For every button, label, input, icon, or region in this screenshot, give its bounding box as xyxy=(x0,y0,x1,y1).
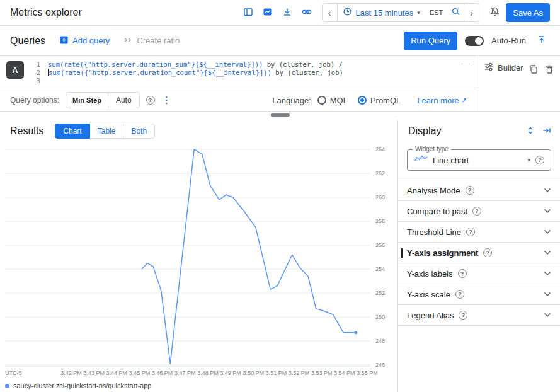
auto-run-label: Auto-Run xyxy=(491,36,526,45)
dashboard-button[interactable] xyxy=(260,4,276,21)
builder-button[interactable]: Builder xyxy=(484,62,523,74)
notifications-off-button[interactable] xyxy=(486,4,503,21)
code-line[interactable]: 3 xyxy=(30,77,452,85)
section-analysis-mode[interactable]: Analysis Mode? xyxy=(398,180,560,201)
side-panel-button[interactable] xyxy=(240,4,256,21)
time-search-button[interactable] xyxy=(447,4,464,21)
tab-chart[interactable]: Chart xyxy=(55,124,89,139)
help-icon[interactable]: ? xyxy=(455,290,464,299)
side-panel-icon xyxy=(243,7,253,19)
time-back-button[interactable]: ‹ xyxy=(323,4,338,21)
search-icon xyxy=(451,7,460,18)
widget-type-select[interactable]: Widget type Line chart ▾ ? xyxy=(407,149,551,171)
section-label: Analysis Mode xyxy=(407,186,460,195)
run-query-button[interactable]: Run Query xyxy=(404,32,457,50)
learn-more-link[interactable]: Learn more ↗ xyxy=(417,96,467,105)
main-area: Results ChartTableBoth 24624825025225425… xyxy=(0,120,560,392)
radio-promql[interactable]: PromQL xyxy=(358,96,401,105)
clock-icon xyxy=(343,7,352,18)
svg-text:260: 260 xyxy=(375,194,385,200)
create-ratio-button[interactable]: Create ratio xyxy=(123,35,180,47)
close-panel-button[interactable] xyxy=(539,123,555,139)
help-icon[interactable]: ? xyxy=(466,228,475,236)
chevron-left-icon: ‹ xyxy=(328,8,331,18)
time-range-button[interactable]: Last 15 minutes ▾ xyxy=(338,4,425,21)
widget-type-help-icon[interactable]: ? xyxy=(535,156,544,164)
display-panel: Display Widget type Line chart xyxy=(397,120,560,392)
help-icon[interactable]: ? xyxy=(458,269,467,278)
radio-icon xyxy=(317,96,326,105)
widget-type-dropdown-icon: ▾ xyxy=(527,157,530,163)
tab-both[interactable]: Both xyxy=(123,124,155,139)
svg-text:3:53 PM: 3:53 PM xyxy=(311,370,333,376)
more-options-button[interactable]: ⋮ xyxy=(161,95,173,106)
time-range-control: ‹ Last 15 minutes ▾ EST › xyxy=(322,3,480,22)
section-label: Compare to past xyxy=(407,207,467,216)
chart-legend[interactable]: saucy-cluster zci-quickstart-ns/quicksta… xyxy=(0,379,397,392)
radio-label: MQL xyxy=(330,96,348,105)
chevron-down-icon xyxy=(544,229,551,234)
delete-query-button[interactable] xyxy=(544,62,555,78)
time-forward-button[interactable]: › xyxy=(464,4,479,21)
focus-caret xyxy=(401,248,403,258)
queries-title: Queries xyxy=(10,35,45,47)
svg-text:254: 254 xyxy=(375,266,385,272)
unfold-icon xyxy=(525,125,535,137)
save-as-button[interactable]: Save As xyxy=(506,3,550,22)
section-label: Legend Alias xyxy=(407,311,454,320)
expand-all-button[interactable] xyxy=(522,123,539,139)
editor-left: 1sum(rate({"http.server.duration_sum"}[$… xyxy=(0,56,477,111)
notifications-off-icon xyxy=(489,6,500,19)
min-step-help-icon[interactable]: ? xyxy=(146,96,155,105)
section-label: Y-axis assignment xyxy=(407,248,478,258)
section-y-axis-assignment[interactable]: Y-axis assignment? xyxy=(398,243,560,263)
copy-query-button[interactable] xyxy=(528,62,539,78)
svg-text:3:42 PM: 3:42 PM xyxy=(60,370,82,376)
query-letter-badge: A xyxy=(6,61,24,79)
auto-run-toggle[interactable] xyxy=(465,36,484,46)
trash-icon xyxy=(544,64,554,76)
section-y-axis-labels[interactable]: Y-axis labels? xyxy=(398,263,560,284)
collapse-queries-button[interactable] xyxy=(534,33,550,49)
language-label: Language: xyxy=(272,96,311,105)
timezone-label: EST xyxy=(425,9,447,16)
add-box-icon xyxy=(59,35,69,47)
create-ratio-icon xyxy=(123,35,133,47)
top-bar-actions: ‹ Last 15 minutes ▾ EST › xyxy=(240,3,550,22)
help-icon[interactable]: ? xyxy=(466,186,474,195)
help-icon[interactable]: ? xyxy=(472,207,481,216)
section-legend-alias[interactable]: Legend Alias? xyxy=(398,305,560,326)
chevron-right-icon: › xyxy=(470,8,473,18)
display-header: Display xyxy=(398,120,560,142)
code-line[interactable]: 1sum(rate({"http.server.duration_sum"}[$… xyxy=(30,61,452,69)
toggle-knob xyxy=(475,37,483,45)
svg-text:258: 258 xyxy=(375,218,385,224)
min-step-control[interactable]: Min Step Auto xyxy=(66,92,140,108)
chevron-down-icon xyxy=(544,292,551,297)
svg-text:3:50 PM: 3:50 PM xyxy=(243,370,264,376)
collapse-editor-button[interactable]: — xyxy=(461,59,469,68)
promql-editor[interactable]: 1sum(rate({"http.server.duration_sum"}[$… xyxy=(0,56,477,89)
section-compare-to-past[interactable]: Compare to past? xyxy=(398,201,560,222)
resize-handle[interactable] xyxy=(271,113,290,117)
help-icon[interactable]: ? xyxy=(483,248,492,257)
top-bar: Metrics explorer xyxy=(0,0,560,26)
tab-table[interactable]: Table xyxy=(89,124,124,139)
section-y-axis-scale[interactable]: Y-axis scale? xyxy=(398,284,560,305)
add-query-button[interactable]: Add query xyxy=(59,35,110,47)
download-button[interactable] xyxy=(279,4,295,21)
chart-area[interactable]: 246248250252254256258260262264UTC-53:42 … xyxy=(0,142,397,379)
tune-icon xyxy=(484,62,494,74)
page-title: Metrics explorer xyxy=(10,7,82,18)
code-line[interactable]: 2sum(rate({"http.server.duration_count"}… xyxy=(30,69,452,77)
dock-right-icon xyxy=(542,125,552,137)
create-ratio-label: Create ratio xyxy=(137,36,180,45)
svg-text:256: 256 xyxy=(375,242,385,248)
section-threshold-line[interactable]: Threshold Line? xyxy=(398,222,560,243)
link-button[interactable] xyxy=(299,4,315,21)
section-label: Y-axis scale xyxy=(407,290,450,299)
radio-mql[interactable]: MQL xyxy=(317,96,348,105)
results-chart: 246248250252254256258260262264UTC-53:42 … xyxy=(0,142,392,379)
help-icon[interactable]: ? xyxy=(459,311,467,320)
link-icon xyxy=(302,7,312,19)
